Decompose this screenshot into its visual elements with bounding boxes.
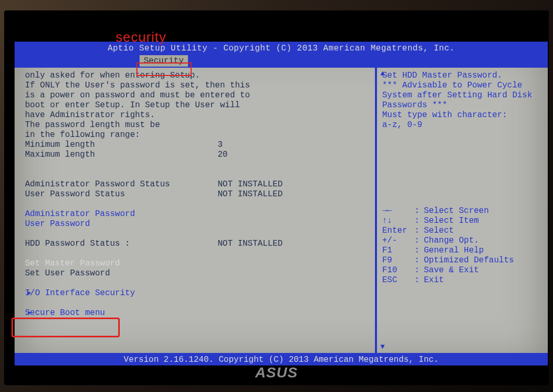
legend-text: Optimized Defaults xyxy=(424,256,514,265)
legend-key: ESC xyxy=(382,275,414,285)
min-length-value: 3 xyxy=(218,140,373,150)
user-status-value: NOT INSTALLED xyxy=(218,189,373,199)
secure-boot-menu-item[interactable]: Secure Boot menu xyxy=(25,308,105,318)
hdd-status-value: NOT INSTALLED xyxy=(218,239,373,249)
intro-line: have Administrator rights. xyxy=(25,110,373,120)
bios-screen: Aptio Setup Utility - Copyright (C) 2013… xyxy=(15,42,548,364)
hdd-status-label: HDD Password Status : xyxy=(25,239,218,249)
legend-key: Enter xyxy=(382,226,414,236)
legend-text: Exit xyxy=(424,275,444,285)
help-line: Passwords *** xyxy=(382,100,544,110)
tab-row: Security xyxy=(15,55,548,67)
intro-line: If ONLY the User's password is set, then… xyxy=(25,81,373,91)
bios-footer: Version 2.16.1240. Copyright (C) 2013 Am… xyxy=(15,354,548,365)
legend-text: Select Item xyxy=(424,216,479,226)
help-line: Set HDD Master Password. xyxy=(382,71,544,81)
admin-status-label: Administrator Password Status xyxy=(25,180,218,189)
annotation-security-label: security xyxy=(116,29,167,45)
max-length-value: 20 xyxy=(218,150,373,160)
user-status-label: User Password Status xyxy=(25,189,218,199)
chevron-right-icon: ▸ xyxy=(27,308,32,318)
help-line: a-z, 0-9 xyxy=(382,120,544,130)
legend-key: +/- xyxy=(382,236,414,246)
help-line: *** Advisable to Power Cycle xyxy=(382,81,544,91)
help-line: Must type with character: xyxy=(382,110,544,120)
set-master-password-item[interactable]: Set Master Password xyxy=(25,259,373,269)
legend-key: →← xyxy=(382,206,414,216)
chevron-right-icon: ▸ xyxy=(27,288,32,298)
help-line: System after Setting Hard Disk xyxy=(382,91,544,100)
intro-line: is a power on password and must be enter… xyxy=(25,91,373,100)
legend-key: F1 xyxy=(382,246,414,256)
legend-key: F9 xyxy=(382,256,414,265)
legend-text: Select Screen xyxy=(424,206,489,216)
legend-text: Save & Exit xyxy=(424,265,479,275)
legend-text: General Help xyxy=(424,246,484,256)
user-password-item[interactable]: User Password xyxy=(25,219,373,229)
min-length-label: Minimum length xyxy=(25,140,218,150)
intro-line: boot or enter Setup. In Setup the User w… xyxy=(25,100,373,110)
intro-line: only asked for when entering Setup. xyxy=(25,71,373,81)
bios-title: Aptio Setup Utility - Copyright (C) 2013… xyxy=(15,42,548,55)
left-pane: ▲ ▼ only asked for when entering Setup. … xyxy=(15,68,377,353)
annotation-box-security-tab xyxy=(136,62,192,76)
key-legend: →←:Select Screen ↑↓:Select Item Enter:Se… xyxy=(382,206,544,285)
io-interface-security-item[interactable]: I/O Interface Security xyxy=(25,288,135,298)
legend-text: Change Opt. xyxy=(424,236,479,246)
intro-line: in the following range: xyxy=(25,130,373,140)
intro-line: The password length must be xyxy=(25,120,373,130)
administrator-password-item[interactable]: Administrator Password xyxy=(25,209,373,219)
set-user-password-item[interactable]: Set User Password xyxy=(25,269,373,279)
legend-key: F10 xyxy=(382,265,414,275)
right-pane: Set HDD Master Password. *** Advisable t… xyxy=(377,68,548,353)
max-length-label: Maximum length xyxy=(25,150,218,160)
annotation-box-secure-boot xyxy=(11,318,120,337)
help-text: Set HDD Master Password. *** Advisable t… xyxy=(382,71,544,206)
admin-status-value: NOT INSTALLED xyxy=(218,180,373,189)
vendor-logo: ASUS xyxy=(255,364,298,381)
legend-key: ↑↓ xyxy=(382,216,414,226)
legend-text: Select xyxy=(424,226,454,236)
